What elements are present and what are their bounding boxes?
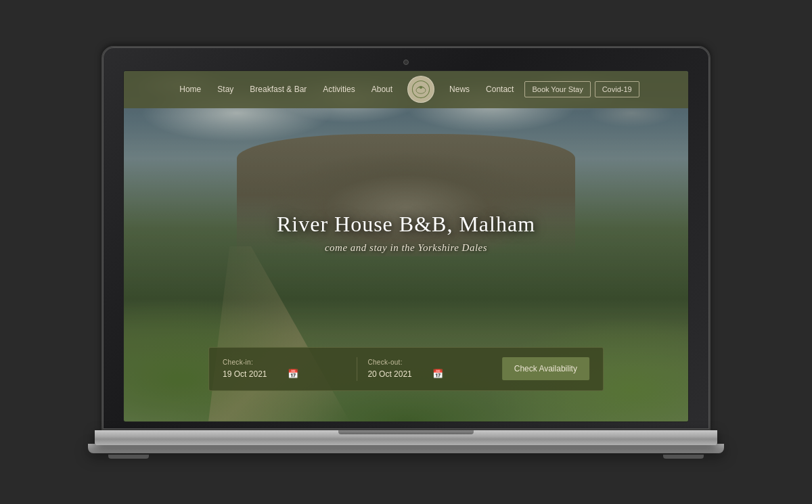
- nav-home[interactable]: Home: [173, 81, 208, 98]
- hero-subtitle: come and stay in the Yorkshire Dales: [277, 242, 535, 254]
- checkout-input[interactable]: [367, 369, 428, 379]
- laptop-screen: Home Stay Breakfast & Bar Activities Abo…: [123, 70, 689, 422]
- nav-about[interactable]: About: [365, 81, 399, 98]
- checkin-calendar-icon[interactable]: 📅: [288, 369, 298, 380]
- nav-stay[interactable]: Stay: [210, 81, 240, 98]
- svg-point-2: [420, 86, 422, 89]
- checkout-field: Check-out: 📅: [367, 359, 491, 380]
- hero-title: River House B&B, Malham: [277, 212, 535, 237]
- checkout-label: Check-out:: [367, 359, 491, 366]
- checkin-field: Check-in: 📅: [223, 359, 346, 380]
- nav-links: Home Stay Breakfast & Bar Activities Abo…: [173, 76, 520, 103]
- nav-activities[interactable]: Activities: [316, 81, 361, 98]
- nav-contact[interactable]: Contact: [479, 81, 520, 98]
- svg-point-0: [412, 81, 429, 97]
- laptop-hinge: [338, 430, 474, 434]
- site-logo[interactable]: [407, 76, 434, 103]
- checkin-input-row: 📅: [223, 369, 346, 380]
- laptop-shell: Home Stay Breakfast & Bar Activities Abo…: [102, 46, 710, 459]
- navbar: Home Stay Breakfast & Bar Activities Abo…: [124, 71, 688, 108]
- checkin-label: Check-in:: [223, 359, 346, 366]
- covid-button[interactable]: Covid-19: [595, 81, 639, 97]
- booking-divider: [357, 357, 357, 381]
- laptop-base: [95, 430, 717, 445]
- laptop-foot-left: [108, 455, 149, 459]
- laptop-feet: [108, 455, 704, 459]
- check-availability-button[interactable]: Check Availability: [502, 357, 589, 380]
- checkin-input[interactable]: [223, 369, 284, 379]
- laptop-base-bottom: [88, 444, 724, 453]
- laptop-foot-right: [663, 455, 704, 459]
- nav-breakfast-bar[interactable]: Breakfast & Bar: [243, 81, 313, 98]
- camera: [403, 60, 409, 65]
- nav-news[interactable]: News: [443, 81, 476, 98]
- booking-bar: Check-in: 📅 Check-out: 📅 Check Availabil…: [208, 347, 604, 391]
- screen-bezel: Home Stay Breakfast & Bar Activities Abo…: [102, 46, 710, 430]
- book-stay-button[interactable]: Book Your Stay: [524, 81, 590, 97]
- checkout-input-row: 📅: [367, 369, 491, 380]
- checkout-calendar-icon[interactable]: 📅: [432, 369, 443, 380]
- hero-content: River House B&B, Malham come and stay in…: [277, 212, 535, 254]
